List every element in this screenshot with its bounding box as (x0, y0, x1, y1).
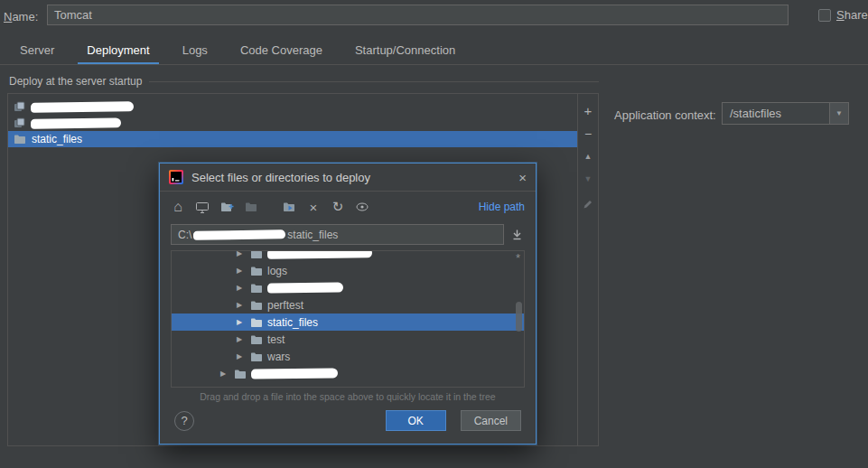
pencil-icon (583, 199, 593, 210)
deploy-list-toolbar: + − ▲ ▼ (578, 94, 598, 445)
tree-row-label: static_files (267, 316, 318, 329)
section-rule (149, 81, 599, 82)
dialog-title-bar: Select files or directories to deploy × (160, 164, 536, 192)
tab-deployment[interactable]: Deployment (78, 40, 158, 65)
intellij-idea-icon (169, 170, 183, 184)
path-input[interactable]: C:\ static_files (171, 224, 504, 245)
tree-row-redacted[interactable]: ▶ (172, 365, 524, 382)
folder-icon (250, 266, 263, 276)
move-up-button[interactable]: ▲ (581, 149, 595, 164)
share-option[interactable]: Share (818, 8, 868, 22)
expand-arrow-icon[interactable]: ▶ (237, 250, 246, 257)
expand-arrow-icon[interactable]: ▶ (237, 352, 246, 360)
redacted-label (31, 101, 134, 113)
folder-icon (250, 283, 263, 294)
expand-arrow-icon[interactable]: ▶ (237, 267, 246, 275)
tree-row-label: logs (267, 265, 287, 277)
deploy-section-title: Deploy at the server startup (9, 75, 142, 88)
tabs-separator (0, 64, 868, 65)
tree-row-static-files[interactable]: ▶ static_files (172, 314, 524, 331)
expand-arrow-icon[interactable]: ▶ (237, 284, 246, 292)
deploy-item-label: static_files (32, 133, 82, 145)
tree-row-redacted[interactable]: ▶ (172, 279, 524, 296)
deploy-list-item-redacted[interactable] (8, 98, 577, 115)
run-configuration-window: Name: Tomcat Share Server Deployment Log… (0, 0, 868, 468)
tree-row-logs[interactable]: ▶ logs (172, 262, 524, 279)
path-suffix: static_files (287, 229, 338, 241)
drag-drop-hint: Drag and drop a file into the space abov… (160, 391, 536, 402)
share-label: Share (836, 8, 868, 22)
new-folder-icon[interactable] (219, 200, 234, 214)
application-context-label: Application context: (614, 108, 716, 122)
dialog-title: Select files or directories to deploy (191, 171, 370, 184)
tab-server[interactable]: Server (11, 40, 63, 65)
chevron-down-icon[interactable]: ▼ (829, 103, 848, 124)
application-context-combo[interactable]: /staticfiles ▼ (722, 102, 849, 125)
deploy-list-item-redacted[interactable] (8, 115, 577, 131)
path-prefix: C:\ (178, 229, 191, 241)
tree-scrollbar[interactable] (516, 302, 522, 332)
tree-row-test[interactable]: ▶ test (172, 331, 524, 348)
artifact-icon (14, 101, 25, 113)
expand-arrow-icon[interactable]: ▶ (220, 370, 229, 378)
folder-icon (250, 250, 263, 259)
desktop-icon[interactable] (195, 200, 210, 214)
deploy-section-header: Deploy at the server startup (9, 75, 599, 88)
name-input[interactable]: Tomcat (47, 5, 789, 25)
hide-path-link[interactable]: Hide path (479, 201, 525, 213)
deploy-list-item-static-files[interactable]: static_files (8, 131, 577, 147)
tab-code-coverage[interactable]: Code Coverage (231, 40, 331, 65)
ok-button[interactable]: OK (386, 410, 446, 431)
file-tree[interactable]: ▶ ▶ logs ▶ ▶ (171, 250, 525, 388)
close-icon[interactable]: × (518, 171, 527, 184)
tab-logs[interactable]: Logs (173, 40, 217, 65)
application-context-value: /staticfiles (723, 103, 829, 124)
path-history-dropdown-icon[interactable] (509, 227, 525, 243)
tree-row-label: perftest (267, 299, 303, 312)
folder-icon (250, 351, 263, 362)
refresh-icon[interactable]: ↻ (331, 200, 345, 214)
folder-icon (250, 317, 263, 328)
tree-row-label: wars (267, 351, 290, 363)
home-icon[interactable]: ⌂ (171, 200, 185, 214)
delete-icon[interactable]: × (306, 200, 321, 214)
folder-icon (14, 134, 26, 145)
folder-icon (250, 334, 263, 345)
redacted-label (267, 250, 372, 259)
tree-row-redacted[interactable]: ▶ (172, 250, 524, 262)
expand-arrow-icon[interactable]: ▶ (237, 301, 246, 309)
show-hidden-icon[interactable] (355, 200, 369, 214)
help-button[interactable]: ? (174, 411, 194, 431)
module-folder-icon[interactable] (282, 200, 296, 214)
expand-arrow-icon[interactable]: ▶ (237, 318, 246, 326)
cancel-button[interactable]: Cancel (461, 410, 521, 431)
add-button[interactable]: + (581, 103, 595, 117)
path-row: C:\ static_files (171, 224, 525, 245)
move-down-button[interactable]: ▼ (581, 172, 595, 186)
folder-icon (250, 300, 263, 311)
share-checkbox[interactable] (818, 9, 831, 22)
name-label: Name: (4, 10, 38, 23)
redacted-label (251, 368, 338, 379)
folder-icon (234, 369, 247, 379)
redacted-path (193, 229, 285, 239)
file-chooser-dialog: Select files or directories to deploy × … (159, 163, 537, 445)
redacted-label (31, 117, 121, 128)
tab-startup-connection[interactable]: Startup/Connection (346, 40, 464, 65)
chooser-toolbar: ⌂ (171, 193, 525, 220)
config-tabs: Server Deployment Logs Code Coverage Sta… (11, 40, 479, 65)
autoscroll-icon[interactable]: * (516, 251, 520, 265)
remove-button[interactable]: − (581, 126, 595, 141)
artifact-icon (14, 117, 25, 129)
tree-row-wars[interactable]: ▶ wars (172, 348, 524, 365)
tree-row-perftest[interactable]: ▶ perftest (172, 296, 524, 314)
redacted-label (267, 282, 343, 293)
expand-arrow-icon[interactable]: ▶ (237, 335, 246, 343)
tree-row-label: test (267, 333, 285, 346)
edit-button[interactable] (581, 197, 595, 211)
dialog-actions: ? OK Cancel (174, 410, 521, 431)
copy-folder-icon[interactable] (244, 200, 258, 214)
